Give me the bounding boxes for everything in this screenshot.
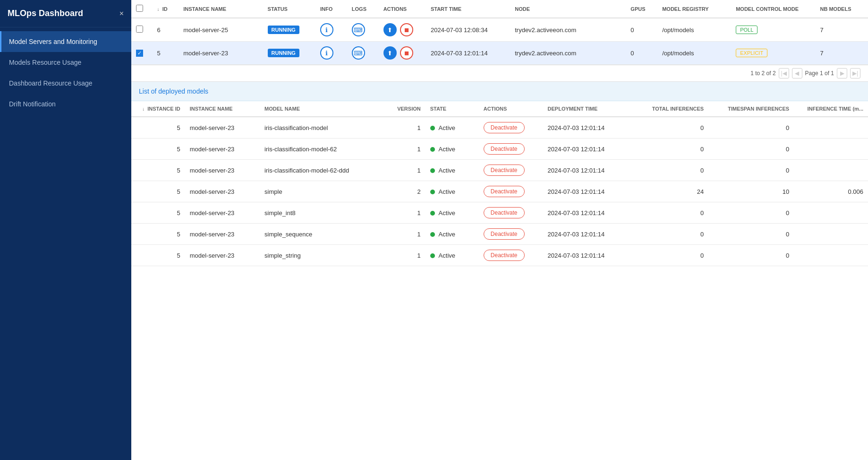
- model-row-6-state: Active: [425, 224, 479, 245]
- model-row-7-deployment-time: 2024-07-03 12:01:14: [543, 245, 634, 266]
- server-row-1-info-button[interactable]: ℹ: [320, 23, 333, 36]
- col-header-status-label: STATUS: [268, 6, 288, 12]
- model-row-5-inference-time: [794, 202, 868, 224]
- models-col-header-state: STATE: [425, 101, 479, 117]
- pagination-prev-button[interactable]: ◀: [792, 68, 802, 78]
- server-row-2-node: trydev2.activeeon.com: [510, 42, 626, 65]
- models-col-header-version-label: VERSION: [397, 106, 421, 112]
- sidebar-item-dashboard-resource-label: Dashboard Resource Usage: [9, 79, 93, 87]
- model-row-7-state-label: Active: [439, 252, 455, 259]
- pagination-bar: 1 to 2 of 2 |◀ ◀ Page 1 of 1 ▶ ▶|: [131, 65, 868, 82]
- model-row-3-state: Active: [425, 160, 479, 181]
- models-col-header-inference-time-label: INFERENCE TIME (m...: [807, 106, 863, 112]
- model-row-6-state-dot: [430, 232, 435, 237]
- model-row-4-state-label: Active: [439, 188, 455, 195]
- model-row-6-state-label: Active: [439, 231, 455, 238]
- models-col-header-instance-id: ↓ INSTANCE ID: [131, 101, 185, 117]
- col-header-id: ↓ ID: [153, 0, 179, 18]
- model-row-7-state-dot: [430, 253, 435, 258]
- sidebar-item-models-resource[interactable]: Models Resource Usage: [0, 52, 131, 73]
- model-row-2-state: Active: [425, 139, 479, 160]
- col-header-info-label: INFO: [320, 6, 332, 12]
- model-row-4-deactivate-button[interactable]: Deactivate: [484, 186, 525, 197]
- pagination-next-button[interactable]: ▶: [837, 68, 847, 78]
- model-row-4-total-inferences: 24: [634, 181, 708, 202]
- model-row-5-version: 1: [383, 202, 425, 224]
- select-all-checkbox[interactable]: [136, 5, 143, 12]
- models-col-header-instance-id-label: INSTANCE ID: [147, 106, 180, 112]
- server-row-1: 6 model-server-25 RUNNING ℹ ⌨ ⬆ ⏹: [131, 18, 868, 42]
- model-row-2-deactivate-button[interactable]: Deactivate: [484, 143, 525, 155]
- sidebar-item-dashboard-resource[interactable]: Dashboard Resource Usage: [0, 73, 131, 94]
- col-header-start-time: START TIME: [426, 0, 510, 18]
- server-row-2-nb-models: 7: [815, 42, 868, 65]
- model-row-5-instance-name: model-server-23: [185, 202, 260, 224]
- col-header-info: INFO: [315, 0, 347, 18]
- server-row-1-nb-models: 7: [815, 18, 868, 42]
- model-row-7-instance-name: model-server-23: [185, 245, 260, 266]
- server-row-1-checkbox[interactable]: [136, 26, 143, 33]
- sidebar-close-button[interactable]: ×: [119, 9, 124, 18]
- model-row-7-instance-id: 5: [131, 245, 185, 266]
- model-row-3-version: 1: [383, 160, 425, 181]
- models-col-header-inference-time: INFERENCE TIME (m...: [794, 101, 868, 117]
- col-header-checkbox: [131, 0, 153, 18]
- model-row-4-state-dot: [430, 190, 435, 194]
- model-row-2-state-label: Active: [439, 146, 455, 153]
- models-col-header-total-inferences-label: TOTAL INFERENCES: [652, 106, 704, 112]
- sidebar-item-drift-notification[interactable]: Drift Notification: [0, 94, 131, 114]
- servers-table-header-row: ↓ ID INSTANCE NAME STATUS INFO LOGS: [131, 0, 868, 18]
- instance-id-sort-icon: ↓: [142, 106, 145, 112]
- server-row-2-logs-button[interactable]: ⌨: [352, 46, 365, 60]
- col-header-logs: LOGS: [347, 0, 379, 18]
- model-row-6-deployment-time: 2024-07-03 12:01:14: [543, 224, 634, 245]
- models-col-header-model-name-label: MODEL NAME: [264, 106, 300, 112]
- server-row-1-action-upload[interactable]: ⬆: [383, 23, 397, 36]
- sidebar-item-drift-notification-label: Drift Notification: [9, 100, 56, 108]
- server-row-2-checkbox[interactable]: ✓: [136, 50, 143, 57]
- pagination-first-button[interactable]: |◀: [779, 68, 789, 78]
- model-row-1-deactivate-button[interactable]: Deactivate: [484, 122, 525, 133]
- models-col-header-timespan-inferences-label: TIMESPAN INFERENCES: [728, 106, 789, 112]
- model-row-7-version: 1: [383, 245, 425, 266]
- models-col-header-version: VERSION: [383, 101, 425, 117]
- model-row-6-actions: Deactivate: [479, 224, 543, 245]
- model-row-2-actions: Deactivate: [479, 139, 543, 160]
- model-row-3-total-inferences: 0: [634, 160, 708, 181]
- col-header-control-mode: MODEL CONTROL MODE: [731, 0, 815, 18]
- model-row-1-inference-time: [794, 117, 868, 139]
- model-row-1-model-name: iris-classification-model: [260, 117, 383, 139]
- server-row-1-action-stop[interactable]: ⏹: [400, 23, 413, 36]
- server-row-1-instance-name: model-server-25: [179, 18, 263, 42]
- server-row-2-info-button[interactable]: ℹ: [320, 46, 333, 60]
- model-row-1-instance-name: model-server-23: [185, 117, 260, 139]
- col-header-model-registry-label: MODEL REGISTRY: [662, 6, 708, 12]
- model-row-4-model-name: simple: [260, 181, 383, 202]
- model-row-2-total-inferences: 0: [634, 139, 708, 160]
- model-row-2-instance-name: model-server-23: [185, 139, 260, 160]
- sidebar-item-model-servers[interactable]: Model Servers and Monitoring: [0, 31, 131, 52]
- col-header-node: NODE: [510, 0, 626, 18]
- deployed-models-title: List of deployed models: [139, 87, 208, 95]
- server-row-1-status-badge: RUNNING: [268, 26, 299, 34]
- model-row-6-timespan-inferences: 0: [708, 224, 794, 245]
- model-row-1-state: Active: [425, 117, 479, 139]
- col-header-actions-label: ACTIONS: [383, 6, 407, 12]
- server-row-2-action-upload[interactable]: ⬆: [383, 46, 397, 60]
- pagination-last-button[interactable]: ▶|: [850, 68, 860, 78]
- models-col-header-deployment-time-label: DEPLOYMENT TIME: [548, 106, 598, 112]
- server-row-1-checkbox-cell: [131, 18, 153, 42]
- model-row-5-state: Active: [425, 202, 479, 224]
- server-row-2-start-time: 2024-07-03 12:01:14: [426, 42, 510, 65]
- model-row-2-model-name: iris-classification-model-62: [260, 139, 383, 160]
- model-row-7-deactivate-button[interactable]: Deactivate: [484, 250, 525, 261]
- server-row-2-action-stop[interactable]: ⏹: [400, 46, 413, 60]
- model-row-5-deactivate-button[interactable]: Deactivate: [484, 207, 525, 218]
- model-row-1-state-dot: [430, 126, 435, 130]
- model-row-3-deactivate-button[interactable]: Deactivate: [484, 165, 525, 176]
- server-row-1-logs-button[interactable]: ⌨: [352, 23, 365, 36]
- model-row-6-deactivate-button[interactable]: Deactivate: [484, 228, 525, 240]
- model-row-3-instance-id: 5: [131, 160, 185, 181]
- model-row-3-inference-time: [794, 160, 868, 181]
- col-header-instance-name: INSTANCE NAME: [179, 0, 263, 18]
